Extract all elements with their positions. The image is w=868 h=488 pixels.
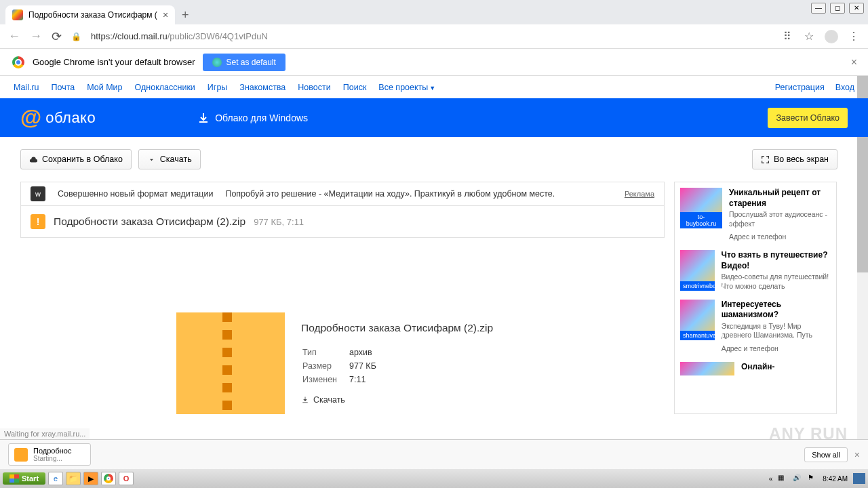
system-tray: « ▦ 🔊 ⚑ 8:42 AM — [769, 473, 865, 484]
sidebar-ad[interactable]: to-buybook.ru Уникальный рецепт от старе… — [680, 188, 831, 242]
maximize-icon[interactable]: ◻ — [830, 3, 845, 14]
save-to-cloud-button[interactable]: Сохранить в Облако — [20, 149, 132, 169]
address-bar: ← → ⟳ 🔒 https://cloud.mail.ru/public/3DW… — [0, 24, 868, 49]
fullscreen-icon — [761, 155, 770, 164]
ad-text-2: Попробуй это решение - «Медитации на ход… — [225, 189, 555, 199]
cloud-header: @ облако Облако для Windows Завести Обла… — [0, 98, 868, 137]
sidebar-ad[interactable]: Онлайн- — [680, 362, 831, 375]
download-file-button[interactable]: Скачать — [301, 395, 493, 405]
portal-link[interactable]: Знакомства — [239, 83, 285, 92]
zip-file-icon: ! — [31, 214, 45, 229]
ad-thumb — [680, 362, 734, 375]
portal-link[interactable]: Mail.ru — [14, 83, 39, 92]
file-name: Подробности заказа Отисифарм (2).zip — [54, 216, 245, 228]
close-icon[interactable]: × — [163, 9, 168, 20]
media-icon[interactable]: ▶ — [83, 472, 98, 485]
download-shelf: ПодробносStarting... Show all × — [0, 439, 868, 469]
ad-logo-icon: w — [31, 186, 45, 201]
cloud-icon — [29, 155, 38, 164]
file-meta: 977 КБ, 7:11 — [254, 217, 304, 227]
chrome-icon — [12, 56, 24, 68]
chevron-down-icon: ▼ — [429, 85, 435, 92]
windows-taskbar: Start e 📁 ▶ O « ▦ 🔊 ⚑ 8:42 AM — [0, 469, 868, 488]
tray-expand-icon[interactable]: « — [769, 475, 773, 483]
create-cloud-button[interactable]: Завести Облако — [768, 108, 848, 128]
file-row[interactable]: ! Подробности заказа Отисифарм (2).zip 9… — [20, 206, 665, 238]
tab-title: Подробности заказа Отисифарм ( — [28, 10, 157, 20]
globe-icon — [212, 58, 222, 67]
file-preview: Подробности заказа Отисифарм (2).zip Тип… — [20, 312, 665, 414]
portal-link[interactable]: Игры — [208, 83, 227, 92]
portal-link[interactable]: Все проекты▼ — [378, 83, 435, 92]
ad-label: Реклама — [625, 190, 654, 198]
start-button[interactable]: Start — [3, 472, 45, 485]
download-icon — [147, 155, 156, 164]
close-window-icon[interactable]: ✕ — [849, 3, 864, 14]
fullscreen-button[interactable]: Во весь экран — [752, 149, 837, 169]
new-tab-button[interactable]: + — [182, 8, 189, 22]
file-actions: Сохранить в Облако Скачать Во весь экран — [0, 137, 868, 182]
ad-text-1: Совершенно новый формат медитации — [58, 189, 213, 199]
opera-icon[interactable]: O — [119, 472, 134, 485]
download-icon — [301, 396, 309, 404]
reload-button[interactable]: ⟳ — [52, 29, 62, 44]
portal-link[interactable]: Новости — [298, 83, 330, 92]
preview-title: Подробности заказа Отисифарм (2).zip — [301, 322, 493, 334]
main-content: w Совершенно новый формат медитации Попр… — [0, 182, 868, 414]
download-icon — [197, 112, 210, 124]
close-shelf-icon[interactable]: × — [854, 449, 860, 460]
clock[interactable]: 8:42 AM — [823, 475, 848, 483]
chrome-taskbar-icon[interactable] — [101, 472, 116, 485]
ie-icon[interactable]: e — [48, 472, 63, 485]
close-infobar-icon[interactable]: × — [851, 56, 857, 68]
sidebar-ad[interactable]: shamantuva.ru Интересуетесь шаманизмом?Э… — [680, 300, 831, 354]
infobar-text: Google Chrome isn't your default browser — [33, 57, 195, 67]
menu-icon[interactable]: ⋮ — [848, 30, 860, 43]
back-button[interactable]: ← — [8, 29, 20, 43]
register-link[interactable]: Регистрация — [775, 83, 825, 92]
ads-sidebar: to-buybook.ru Уникальный рецепт от старе… — [674, 182, 837, 414]
zip-archive-icon — [176, 312, 285, 414]
download-item[interactable]: ПодробносStarting... — [8, 443, 91, 466]
portal-link[interactable]: Почта — [52, 83, 75, 92]
bookmark-star-icon[interactable]: ☆ — [803, 30, 815, 43]
at-icon: @ — [20, 105, 41, 130]
cloud-logo[interactable]: @ облако — [20, 105, 96, 130]
ad-thumb: to-buybook.ru — [680, 188, 722, 228]
ad-thumb: shamantuva.ru — [680, 300, 715, 340]
ad-strip[interactable]: w Совершенно новый формат медитации Попр… — [20, 182, 665, 206]
lock-icon[interactable]: 🔒 — [71, 32, 81, 41]
show-all-button[interactable]: Show all — [804, 447, 848, 462]
file-details-table: Типархив Размер977 КБ Изменен7:11 — [301, 345, 389, 387]
window-titlebar: Подробности заказа Отисифарм ( × + — ◻ ✕ — [0, 0, 868, 24]
url-input[interactable]: https://cloud.mail.ru/public/3DW6/4Q1vtP… — [91, 31, 772, 41]
portal-link[interactable]: Мой Мир — [87, 83, 122, 92]
portal-link[interactable]: Одноклассники — [135, 83, 195, 92]
minimize-icon[interactable]: — — [811, 3, 826, 14]
explorer-icon[interactable]: 📁 — [66, 472, 81, 485]
download-button[interactable]: Скачать — [138, 149, 201, 169]
browser-tab[interactable]: Подробности заказа Отисифарм ( × — [5, 5, 175, 24]
favicon-icon — [12, 9, 23, 20]
flag-icon[interactable]: ⚑ — [808, 474, 817, 483]
login-link[interactable]: Вход — [835, 83, 854, 92]
windows-flag-icon — [9, 474, 19, 483]
ad-thumb: smotrivnebo.ru — [680, 250, 715, 291]
volume-icon[interactable]: 🔊 — [793, 474, 802, 483]
translate-icon[interactable]: ⠿ — [781, 30, 793, 43]
set-default-button[interactable]: Set as default — [203, 54, 285, 71]
profile-avatar-icon[interactable] — [825, 30, 838, 43]
show-desktop-icon[interactable] — [853, 473, 865, 484]
status-text: Waiting for xray.mail.ru... — [0, 428, 90, 439]
sidebar-ad[interactable]: smotrivnebo.ru Что взять в путешествие? … — [680, 250, 831, 291]
default-browser-infobar: Google Chrome isn't your default browser… — [0, 49, 868, 76]
tray-icon[interactable]: ▦ — [778, 474, 787, 483]
file-icon — [14, 448, 28, 462]
portal-nav: Mail.ru Почта Мой Мир Одноклассники Игры… — [0, 76, 868, 98]
download-windows-link[interactable]: Облако для Windows — [197, 112, 308, 124]
forward-button[interactable]: → — [30, 29, 42, 43]
portal-link[interactable]: Поиск — [343, 83, 367, 92]
